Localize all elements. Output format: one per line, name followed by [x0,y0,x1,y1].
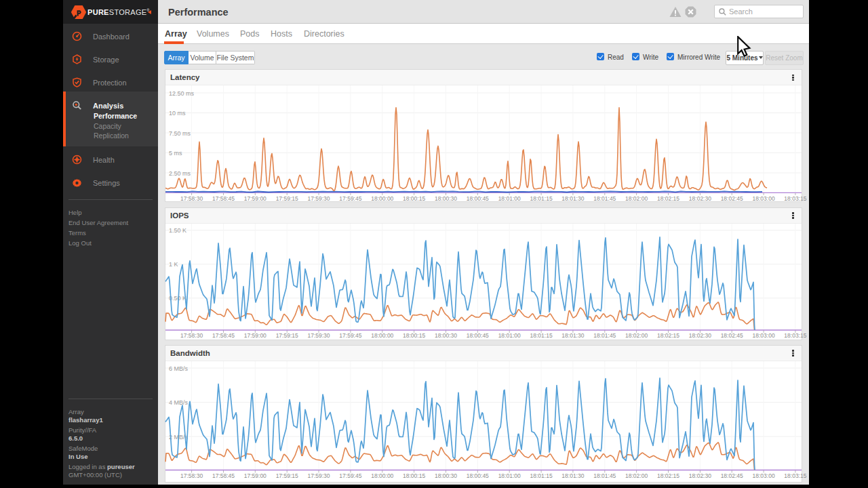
svg-text:17:58:30: 17:58:30 [180,472,203,479]
svg-text:18:01:00: 18:01:00 [498,195,521,202]
svg-text:17:59:45: 17:59:45 [339,195,361,202]
svg-text:17:59:15: 17:59:15 [276,331,298,338]
svg-text:17:58:45: 17:58:45 [212,472,235,479]
svg-text:17:58:45: 17:58:45 [212,195,235,202]
svg-text:17:59:30: 17:59:30 [307,472,330,479]
svg-text:10 ms: 10 ms [169,110,186,117]
svg-text:18:00:45: 18:00:45 [467,331,489,338]
svg-text:17:59:15: 17:59:15 [276,472,298,479]
svg-text:5 ms: 5 ms [169,150,182,157]
svg-text:18:00:15: 18:00:15 [403,472,425,479]
svg-text:18:03:00: 18:03:00 [753,195,775,202]
svg-text:17:59:30: 17:59:30 [307,195,330,202]
svg-text:18:00:30: 18:00:30 [435,472,457,479]
svg-text:18:01:30: 18:01:30 [561,195,584,202]
svg-text:18:01:00: 18:01:00 [498,331,521,338]
svg-text:1 K: 1 K [169,261,178,268]
svg-text:7.50 ms: 7.50 ms [169,130,191,137]
svg-text:18:02:00: 18:02:00 [625,195,648,202]
svg-text:18:02:45: 18:02:45 [721,472,743,479]
svg-text:18:02:15: 18:02:15 [657,195,679,202]
svg-text:18:00:30: 18:00:30 [435,331,457,338]
svg-text:17:59:45: 17:59:45 [339,331,361,338]
svg-text:18:02:15: 18:02:15 [657,331,679,338]
svg-text:18:01:45: 18:01:45 [593,331,616,338]
svg-text:18:02:30: 18:02:30 [689,331,711,338]
svg-text:17:59:00: 17:59:00 [244,195,267,202]
svg-text:18:00:45: 18:00:45 [467,472,489,479]
svg-text:18:02:45: 18:02:45 [721,331,743,338]
svg-text:17:59:30: 17:59:30 [307,331,330,338]
svg-text:18:01:00: 18:01:00 [498,472,521,479]
svg-text:18:03:15: 18:03:15 [784,195,806,202]
svg-text:6 MB/s: 6 MB/s [169,365,189,371]
svg-text:18:01:15: 18:01:15 [530,331,553,338]
svg-text:18:01:45: 18:01:45 [593,195,616,202]
svg-text:18:02:30: 18:02:30 [689,472,711,479]
svg-text:18:00:30: 18:00:30 [435,195,457,202]
svg-text:18:00:15: 18:00:15 [403,331,425,338]
svg-text:18:00:15: 18:00:15 [403,195,425,202]
svg-text:18:01:30: 18:01:30 [561,331,584,338]
svg-text:12.50 ms: 12.50 ms [169,90,195,97]
svg-text:18:02:15: 18:02:15 [657,472,679,479]
svg-text:18:00:00: 18:00:00 [371,195,393,202]
svg-text:18:00:00: 18:00:00 [371,331,393,338]
svg-text:18:00:45: 18:00:45 [467,195,489,202]
svg-text:17:58:30: 17:58:30 [180,331,203,338]
svg-text:0.50 K: 0.50 K [169,295,186,302]
svg-text:18:03:00: 18:03:00 [753,331,775,338]
svg-text:17:59:00: 17:59:00 [244,331,267,338]
svg-text:18:02:30: 18:02:30 [689,195,711,202]
svg-text:18:02:45: 18:02:45 [721,195,743,202]
svg-text:17:59:00: 17:59:00 [244,472,267,479]
svg-text:18:02:00: 18:02:00 [625,472,648,479]
svg-text:18:02:00: 18:02:00 [625,331,648,338]
svg-text:17:58:30: 17:58:30 [180,195,203,202]
svg-text:18:01:15: 18:01:15 [530,195,553,202]
svg-text:18:01:45: 18:01:45 [593,472,616,479]
svg-text:18:03:15: 18:03:15 [784,331,806,338]
svg-text:17:59:45: 17:59:45 [339,472,361,479]
svg-text:4 MB/s: 4 MB/s [169,399,189,406]
svg-text:18:03:15: 18:03:15 [784,472,806,479]
svg-text:17:58:45: 17:58:45 [212,331,235,338]
svg-text:18:01:15: 18:01:15 [530,472,553,479]
svg-text:18:00:00: 18:00:00 [371,472,393,479]
svg-text:17:59:15: 17:59:15 [276,195,298,202]
svg-text:18:03:00: 18:03:00 [753,472,775,479]
svg-text:1.50 K: 1.50 K [169,227,186,234]
svg-text:2.50 ms: 2.50 ms [169,170,191,177]
svg-text:18:01:30: 18:01:30 [561,472,584,479]
